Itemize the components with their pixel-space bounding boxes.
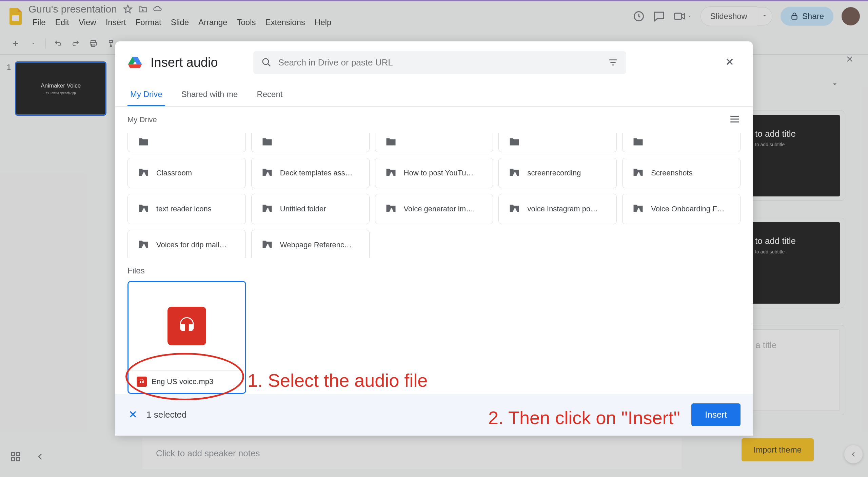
audio-icon xyxy=(167,307,206,345)
folder-icon xyxy=(385,202,397,216)
folder-name: Webpage Referenc… xyxy=(280,241,352,249)
folder-icon xyxy=(137,238,150,252)
folder-icon xyxy=(385,166,397,180)
folder-item[interactable]: Voice Onboarding F… xyxy=(622,194,741,224)
folder-name: voice Instagram po… xyxy=(527,205,598,213)
folder-item[interactable]: How to post YouTu… xyxy=(375,158,493,188)
folder-icon xyxy=(632,202,644,216)
folder-icon xyxy=(632,166,644,180)
folder-item[interactable] xyxy=(127,133,246,152)
folder-name: How to post YouTu… xyxy=(404,169,474,177)
folder-icon xyxy=(508,166,520,180)
folder-item[interactable]: Deck templates ass… xyxy=(251,158,370,188)
folder-name: Voice Onboarding F… xyxy=(651,205,724,213)
folder-name: Deck templates ass… xyxy=(280,169,353,177)
list-view-icon[interactable] xyxy=(729,113,741,126)
folder-name: Classroom xyxy=(156,169,192,177)
breadcrumb[interactable]: My Drive xyxy=(127,115,157,124)
modal-close-button[interactable] xyxy=(719,51,741,74)
selection-count: 1 selected xyxy=(146,409,187,420)
folder-item[interactable]: Classroom xyxy=(127,158,246,188)
filter-icon[interactable] xyxy=(608,57,618,68)
folder-icon xyxy=(137,136,150,149)
folder-icon xyxy=(632,136,644,149)
folder-item[interactable]: Untitled folder xyxy=(251,194,370,224)
folder-name: Screenshots xyxy=(651,169,692,177)
folder-name: text reader icons xyxy=(156,205,212,213)
folder-item[interactable]: Screenshots xyxy=(622,158,741,188)
drive-logo-icon xyxy=(127,55,142,70)
folder-item[interactable] xyxy=(622,133,741,152)
insert-button[interactable]: Insert xyxy=(691,403,741,426)
folder-name: Untitled folder xyxy=(280,205,326,213)
annotation-text-2: 2. Then click on "Insert" xyxy=(488,407,680,428)
clear-selection-button[interactable] xyxy=(127,409,138,421)
search-box[interactable] xyxy=(253,51,626,74)
insert-audio-modal: Insert audio My Drive Shared with me Rec… xyxy=(115,41,753,436)
folder-item[interactable] xyxy=(498,133,617,152)
audio-icon-small xyxy=(137,377,147,387)
file-item-selected[interactable]: Eng US voice.mp3 xyxy=(127,281,246,394)
folder-icon xyxy=(261,202,273,216)
folder-item[interactable] xyxy=(251,133,370,152)
folder-name: Voices for drip mail… xyxy=(156,241,227,249)
file-name: Eng US voice.mp3 xyxy=(152,377,213,386)
folder-item[interactable]: Webpage Referenc… xyxy=(251,230,370,258)
folder-icon xyxy=(508,136,520,149)
folder-icon xyxy=(137,202,150,216)
search-input[interactable] xyxy=(278,57,601,68)
annotation-text-1: 1. Select the audio file xyxy=(248,370,428,391)
folder-icon xyxy=(261,238,273,252)
folder-item[interactable] xyxy=(375,133,493,152)
folder-item[interactable]: Voices for drip mail… xyxy=(127,230,246,258)
folder-item[interactable]: screenrecording xyxy=(498,158,617,188)
folder-item[interactable]: text reader icons xyxy=(127,194,246,224)
folder-item[interactable]: Voice generator im… xyxy=(375,194,493,224)
modal-title: Insert audio xyxy=(151,55,218,70)
svg-point-11 xyxy=(262,59,269,65)
folder-icon xyxy=(261,166,273,180)
folder-icon xyxy=(137,166,150,180)
folder-name: Voice generator im… xyxy=(404,205,473,213)
tab-shared[interactable]: Shared with me xyxy=(179,83,241,106)
tab-my-drive[interactable]: My Drive xyxy=(127,83,165,106)
tab-recent[interactable]: Recent xyxy=(254,83,285,106)
files-heading: Files xyxy=(115,258,753,281)
folder-icon xyxy=(261,136,273,149)
search-icon xyxy=(261,57,272,68)
folder-item[interactable]: voice Instagram po… xyxy=(498,194,617,224)
folder-icon xyxy=(508,202,520,216)
folder-icon xyxy=(385,136,397,149)
folder-name: screenrecording xyxy=(527,169,581,177)
